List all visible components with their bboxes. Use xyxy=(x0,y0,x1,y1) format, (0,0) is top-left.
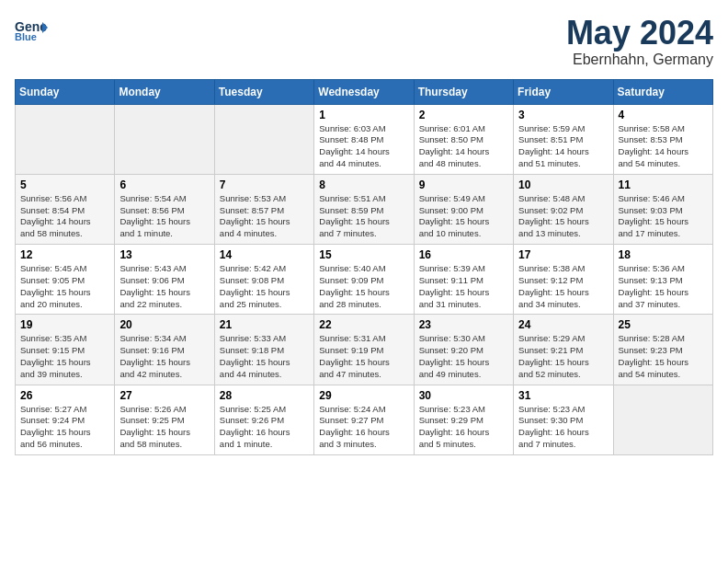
day-info: Sunrise: 5:35 AM Sunset: 9:15 PM Dayligh… xyxy=(20,333,109,380)
day-number: 1 xyxy=(319,109,408,121)
table-row: 15Sunrise: 5:40 AM Sunset: 9:09 PM Dayli… xyxy=(314,245,414,315)
day-info: Sunrise: 5:36 AM Sunset: 9:13 PM Dayligh… xyxy=(619,263,708,310)
day-info: Sunrise: 6:03 AM Sunset: 8:48 PM Dayligh… xyxy=(319,123,408,170)
day-number: 25 xyxy=(619,318,708,331)
day-info: Sunrise: 5:29 AM Sunset: 9:21 PM Dayligh… xyxy=(518,333,608,380)
header-thursday: Thursday xyxy=(414,79,513,104)
day-info: Sunrise: 5:26 AM Sunset: 9:25 PM Dayligh… xyxy=(119,404,209,451)
header-saturday: Saturday xyxy=(613,79,712,104)
day-number: 3 xyxy=(518,109,608,121)
calendar-week-row: 5Sunrise: 5:56 AM Sunset: 8:54 PM Daylig… xyxy=(16,174,713,244)
table-row: 5Sunrise: 5:56 AM Sunset: 8:54 PM Daylig… xyxy=(16,174,115,244)
calendar-week-row: 19Sunrise: 5:35 AM Sunset: 9:15 PM Dayli… xyxy=(16,315,713,385)
calendar-week-row: 26Sunrise: 5:27 AM Sunset: 9:24 PM Dayli… xyxy=(16,385,713,454)
logo: General Blue xyxy=(15,15,48,42)
weekday-header-row: Sunday Monday Tuesday Wednesday Thursday… xyxy=(16,79,713,104)
day-info: Sunrise: 5:56 AM Sunset: 8:54 PM Dayligh… xyxy=(20,193,109,240)
day-info: Sunrise: 5:34 AM Sunset: 9:16 PM Dayligh… xyxy=(119,333,209,380)
day-info: Sunrise: 5:40 AM Sunset: 9:09 PM Dayligh… xyxy=(319,263,408,310)
table-row xyxy=(214,104,313,174)
day-info: Sunrise: 5:42 AM Sunset: 9:08 PM Dayligh… xyxy=(220,263,309,310)
svg-text:Blue: Blue xyxy=(15,31,37,42)
day-number: 21 xyxy=(220,318,309,331)
table-row: 29Sunrise: 5:24 AM Sunset: 9:27 PM Dayli… xyxy=(314,385,414,454)
day-number: 15 xyxy=(319,248,408,261)
day-number: 17 xyxy=(518,248,608,261)
table-row: 14Sunrise: 5:42 AM Sunset: 9:08 PM Dayli… xyxy=(214,245,313,315)
month-title: May 2024 xyxy=(566,15,713,52)
table-row: 18Sunrise: 5:36 AM Sunset: 9:13 PM Dayli… xyxy=(613,245,712,315)
day-number: 23 xyxy=(419,318,508,331)
table-row: 16Sunrise: 5:39 AM Sunset: 9:11 PM Dayli… xyxy=(414,245,513,315)
header-tuesday: Tuesday xyxy=(214,79,313,104)
table-row: 8Sunrise: 5:51 AM Sunset: 8:59 PM Daylig… xyxy=(314,174,414,244)
day-number: 10 xyxy=(518,178,608,191)
header-friday: Friday xyxy=(514,79,613,104)
day-info: Sunrise: 5:43 AM Sunset: 9:06 PM Dayligh… xyxy=(119,263,209,310)
header-monday: Monday xyxy=(115,79,214,104)
calendar-week-row: 1Sunrise: 6:03 AM Sunset: 8:48 PM Daylig… xyxy=(16,104,713,174)
day-number: 5 xyxy=(20,178,109,191)
calendar-week-row: 12Sunrise: 5:45 AM Sunset: 9:05 PM Dayli… xyxy=(16,245,713,315)
header-wednesday: Wednesday xyxy=(314,79,414,104)
table-row: 13Sunrise: 5:43 AM Sunset: 9:06 PM Dayli… xyxy=(115,245,214,315)
table-row: 21Sunrise: 5:33 AM Sunset: 9:18 PM Dayli… xyxy=(214,315,313,385)
day-number: 26 xyxy=(20,389,109,402)
table-row: 19Sunrise: 5:35 AM Sunset: 9:15 PM Dayli… xyxy=(16,315,115,385)
day-number: 6 xyxy=(119,178,209,191)
table-row: 20Sunrise: 5:34 AM Sunset: 9:16 PM Dayli… xyxy=(115,315,214,385)
day-info: Sunrise: 5:24 AM Sunset: 9:27 PM Dayligh… xyxy=(319,404,408,451)
day-number: 9 xyxy=(419,178,508,191)
day-info: Sunrise: 5:25 AM Sunset: 9:26 PM Dayligh… xyxy=(220,404,309,451)
day-number: 29 xyxy=(319,389,408,402)
table-row: 23Sunrise: 5:30 AM Sunset: 9:20 PM Dayli… xyxy=(414,315,513,385)
table-row: 3Sunrise: 5:59 AM Sunset: 8:51 PM Daylig… xyxy=(514,104,613,174)
day-info: Sunrise: 5:28 AM Sunset: 9:23 PM Dayligh… xyxy=(619,333,708,380)
day-number: 11 xyxy=(619,178,708,191)
table-row: 10Sunrise: 5:48 AM Sunset: 9:02 PM Dayli… xyxy=(514,174,613,244)
day-number: 27 xyxy=(119,389,209,402)
table-row: 27Sunrise: 5:26 AM Sunset: 9:25 PM Dayli… xyxy=(115,385,214,454)
day-info: Sunrise: 5:58 AM Sunset: 8:53 PM Dayligh… xyxy=(619,123,708,170)
day-info: Sunrise: 5:23 AM Sunset: 9:30 PM Dayligh… xyxy=(518,404,608,451)
day-info: Sunrise: 5:54 AM Sunset: 8:56 PM Dayligh… xyxy=(119,193,209,240)
day-info: Sunrise: 5:49 AM Sunset: 9:00 PM Dayligh… xyxy=(419,193,508,240)
day-number: 24 xyxy=(518,318,608,331)
location: Ebernhahn, Germany xyxy=(566,52,713,68)
day-number: 13 xyxy=(119,248,209,261)
table-row: 31Sunrise: 5:23 AM Sunset: 9:30 PM Dayli… xyxy=(514,385,613,454)
table-row xyxy=(613,385,712,454)
day-number: 31 xyxy=(518,389,608,402)
table-row: 17Sunrise: 5:38 AM Sunset: 9:12 PM Dayli… xyxy=(514,245,613,315)
day-info: Sunrise: 5:46 AM Sunset: 9:03 PM Dayligh… xyxy=(619,193,708,240)
calendar-table: Sunday Monday Tuesday Wednesday Thursday… xyxy=(15,79,713,455)
table-row: 7Sunrise: 5:53 AM Sunset: 8:57 PM Daylig… xyxy=(214,174,313,244)
day-number: 14 xyxy=(220,248,309,261)
table-row: 12Sunrise: 5:45 AM Sunset: 9:05 PM Dayli… xyxy=(16,245,115,315)
table-row xyxy=(115,104,214,174)
day-number: 7 xyxy=(220,178,309,191)
day-number: 2 xyxy=(419,109,508,121)
table-row: 6Sunrise: 5:54 AM Sunset: 8:56 PM Daylig… xyxy=(115,174,214,244)
day-info: Sunrise: 5:48 AM Sunset: 9:02 PM Dayligh… xyxy=(518,193,608,240)
title-block: May 2024 Ebernhahn, Germany xyxy=(566,15,713,68)
table-row xyxy=(16,104,115,174)
table-row: 1Sunrise: 6:03 AM Sunset: 8:48 PM Daylig… xyxy=(314,104,414,174)
day-number: 12 xyxy=(20,248,109,261)
day-number: 16 xyxy=(419,248,508,261)
table-row: 2Sunrise: 6:01 AM Sunset: 8:50 PM Daylig… xyxy=(414,104,513,174)
day-number: 30 xyxy=(419,389,508,402)
day-info: Sunrise: 5:45 AM Sunset: 9:05 PM Dayligh… xyxy=(20,263,109,310)
day-info: Sunrise: 5:38 AM Sunset: 9:12 PM Dayligh… xyxy=(518,263,608,310)
day-info: Sunrise: 6:01 AM Sunset: 8:50 PM Dayligh… xyxy=(419,123,508,170)
header-sunday: Sunday xyxy=(16,79,115,104)
table-row: 26Sunrise: 5:27 AM Sunset: 9:24 PM Dayli… xyxy=(16,385,115,454)
day-info: Sunrise: 5:23 AM Sunset: 9:29 PM Dayligh… xyxy=(419,404,508,451)
day-info: Sunrise: 5:53 AM Sunset: 8:57 PM Dayligh… xyxy=(220,193,309,240)
table-row: 24Sunrise: 5:29 AM Sunset: 9:21 PM Dayli… xyxy=(514,315,613,385)
day-number: 18 xyxy=(619,248,708,261)
day-info: Sunrise: 5:51 AM Sunset: 8:59 PM Dayligh… xyxy=(319,193,408,240)
page-header: General Blue May 2024 Ebernhahn, Germany xyxy=(15,15,713,68)
day-info: Sunrise: 5:39 AM Sunset: 9:11 PM Dayligh… xyxy=(419,263,508,310)
day-number: 20 xyxy=(119,318,209,331)
